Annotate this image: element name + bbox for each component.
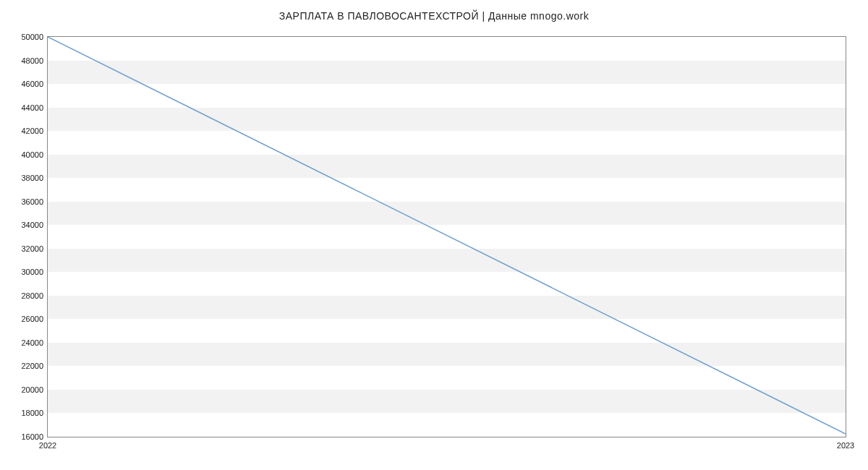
y-tick-label: 44000 bbox=[21, 103, 43, 112]
chart-container: ЗАРПЛАТА В ПАВЛОВОСАНТЕХСТРОЙ | Данные m… bbox=[0, 0, 868, 470]
y-tick-label: 20000 bbox=[21, 385, 43, 394]
grid-band bbox=[48, 155, 846, 179]
grid-band bbox=[48, 108, 846, 132]
chart-title: ЗАРПЛАТА В ПАВЛОВОСАНТЕХСТРОЙ | Данные m… bbox=[0, 0, 868, 22]
plot-area: 1600018000200002200024000260002800030000… bbox=[47, 36, 846, 437]
grid-band bbox=[48, 272, 846, 296]
y-tick-label: 42000 bbox=[21, 127, 43, 135]
y-tick-label: 30000 bbox=[21, 268, 43, 276]
y-tick-label: 18000 bbox=[21, 409, 43, 417]
y-tick-label: 36000 bbox=[21, 197, 43, 206]
grid-band bbox=[48, 343, 846, 367]
y-tick-label: 22000 bbox=[21, 362, 43, 370]
x-tick-label: 2022 bbox=[39, 441, 56, 450]
y-tick-label: 50000 bbox=[21, 33, 43, 41]
grid-band bbox=[48, 131, 846, 155]
grid-band bbox=[48, 413, 846, 437]
grid-band bbox=[48, 61, 846, 85]
grid-band bbox=[48, 178, 846, 202]
y-tick-label: 38000 bbox=[21, 174, 43, 182]
y-tick-label: 40000 bbox=[21, 150, 43, 159]
y-tick-label: 48000 bbox=[21, 56, 43, 65]
grid-band bbox=[48, 202, 846, 226]
grid-band bbox=[48, 225, 846, 249]
y-tick-label: 34000 bbox=[21, 221, 43, 229]
y-tick-label: 46000 bbox=[21, 80, 43, 88]
grid-band bbox=[48, 319, 846, 343]
x-tick-label: 2023 bbox=[837, 441, 854, 450]
grid-band bbox=[48, 390, 846, 414]
y-tick-label: 28000 bbox=[21, 291, 43, 300]
y-tick-label: 26000 bbox=[21, 315, 43, 323]
grid-band bbox=[48, 249, 846, 273]
grid-band bbox=[48, 84, 846, 108]
y-tick-label: 24000 bbox=[21, 338, 43, 347]
grid-band bbox=[48, 366, 846, 390]
y-tick-label: 16000 bbox=[21, 432, 43, 441]
grid-band bbox=[48, 37, 846, 61]
grid-band bbox=[48, 296, 846, 320]
y-tick-label: 32000 bbox=[21, 244, 43, 253]
